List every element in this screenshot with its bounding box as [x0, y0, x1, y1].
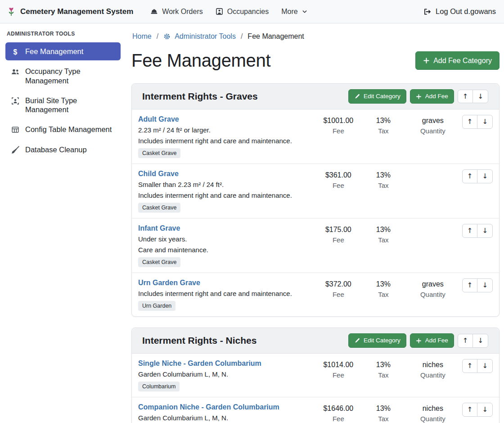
move-fee-down-button[interactable]: ↓ [477, 115, 493, 129]
gear-icon [163, 33, 171, 40]
down-arrow-icon: ↓ [477, 337, 483, 345]
main-nav: Work Orders Occupancies More [144, 4, 313, 19]
nav-item-label: Work Orders [162, 8, 202, 16]
move-fee-up-button[interactable]: ↑ [462, 278, 478, 292]
fee-amount-column: $372.00 Fee [314, 278, 363, 300]
fee-category-card: Interment Rights - Niches Edit Category … [131, 327, 500, 423]
sidebar-item-database-cleanup[interactable]: Database Cleanup [5, 141, 121, 159]
down-arrow-icon: ↓ [482, 227, 488, 235]
nav-item-work-orders[interactable]: Work Orders [144, 4, 209, 19]
move-category-down-button[interactable]: ↓ [472, 334, 488, 348]
add-fee-category-button[interactable]: Add Fee Category [415, 51, 500, 70]
down-arrow-icon: ↓ [482, 405, 488, 414]
nav-item-occupancies[interactable]: Occupancies [209, 4, 275, 19]
tax-label: Tax [363, 289, 404, 300]
fee-amount-value: $175.00 [314, 225, 363, 235]
tax-rate-value: 13% [363, 116, 404, 126]
move-fee-up-button[interactable]: ↑ [462, 359, 478, 373]
sidebar-item-fee-management[interactable]: $ Fee Management [5, 42, 121, 60]
quantity-unit-value: niches [404, 404, 462, 414]
fee-amount-value: $1646.00 [314, 404, 363, 414]
category-header: Interment Rights - Graves Edit Category … [132, 84, 499, 109]
fee-description: Includes interment right and care and ma… [138, 191, 311, 200]
tax-column: 13% Tax [363, 403, 404, 423]
fee-name-link[interactable]: Infant Grave [138, 224, 180, 232]
tax-label: Tax [363, 414, 404, 423]
helmet-icon [150, 8, 158, 15]
breadcrumb-separator: / [241, 32, 243, 41]
tax-rate-value: 13% [363, 360, 404, 370]
fee-amount-label: Fee [314, 235, 363, 246]
down-arrow-icon: ↓ [482, 362, 488, 370]
fee-name-link[interactable]: Companion Niche - Garden Columbarium [138, 403, 279, 411]
breadcrumb: Home / Administrator Tools / Fee Managem… [131, 29, 500, 41]
nav-item-label: Occupancies [227, 8, 269, 16]
fee-descriptions: 2.23 m² / 24 ft² or larger.Includes inte… [138, 125, 311, 146]
down-arrow-icon: ↓ [482, 118, 488, 126]
fee-description: Care and maintenance. [138, 245, 311, 255]
fee-type-badge: Urn Garden [138, 301, 176, 311]
down-arrow-icon: ↓ [482, 172, 488, 181]
sidebar-item-config-table-management[interactable]: Config Table Management [5, 120, 121, 138]
tulip-logo-icon [6, 7, 16, 17]
move-fee-down-button[interactable]: ↓ [477, 169, 493, 183]
sidebar-item-occupancy-type-management[interactable]: Occupancy Type Management [5, 62, 121, 90]
move-category-up-button[interactable]: ↑ [458, 90, 473, 104]
category-header: Interment Rights - Niches Edit Category … [132, 328, 499, 354]
move-fee-down-button[interactable]: ↓ [477, 278, 493, 292]
breadcrumb-home-link[interactable]: Home [132, 32, 152, 41]
edit-category-button[interactable]: Edit Category [348, 333, 406, 348]
move-category-up-button[interactable]: ↑ [458, 334, 473, 348]
fee-amount-label: Fee [314, 180, 363, 191]
pencil-icon [354, 338, 360, 344]
move-fee-down-button[interactable]: ↓ [477, 224, 493, 238]
nav-item-label: More [281, 8, 297, 16]
move-fee-down-button[interactable]: ↓ [477, 403, 493, 417]
fee-name-link[interactable]: Adult Grave [138, 115, 179, 123]
breadcrumb-separator: / [157, 32, 158, 41]
breadcrumb-admin-tools-link[interactable]: Administrator Tools [163, 32, 236, 41]
fee-descriptions: Includes interment right and care and ma… [138, 289, 311, 299]
category-actions: Edit Category Add Fee ↑ ↓ [348, 89, 488, 104]
move-fee-down-button[interactable]: ↓ [477, 359, 493, 373]
nav-item-more[interactable]: More [275, 4, 313, 19]
fee-amount-column: $175.00 Fee [314, 224, 363, 246]
dollar-icon: $ [11, 48, 19, 56]
category-title: Interment Rights - Graves [142, 91, 258, 102]
app-title: Cemetery Management System [20, 7, 133, 16]
sidebar-item-label: Config Table Management [25, 125, 112, 134]
up-arrow-icon: ↑ [467, 118, 473, 126]
fee-name-link[interactable]: Urn Garden Grave [138, 279, 200, 287]
fee-info: Companion Niche - Garden Columbarium Gar… [138, 403, 314, 423]
move-fee-up-button[interactable]: ↑ [462, 224, 478, 238]
fee-description: 2.23 m² / 24 ft² or larger. [138, 125, 311, 135]
fee-description: Garden Columbarium L, M, N. [138, 369, 311, 379]
fee-info: Adult Grave 2.23 m² / 24 ft² or larger.I… [138, 115, 314, 158]
tax-label: Tax [363, 126, 404, 136]
fee-reorder-group: ↑ ↓ [462, 403, 493, 417]
edit-category-button[interactable]: Edit Category [348, 89, 406, 104]
move-category-down-button[interactable]: ↓ [472, 90, 488, 104]
fee-amount-label: Fee [314, 126, 363, 136]
occupancy-icon [216, 8, 223, 15]
fee-amount-label: Fee [314, 289, 363, 300]
down-arrow-icon: ↓ [482, 281, 488, 290]
move-fee-up-button[interactable]: ↑ [462, 169, 478, 183]
fee-description: Garden Columbarium L, M, N. [138, 413, 311, 423]
add-fee-button[interactable]: Add Fee [410, 333, 454, 348]
up-arrow-icon: ↑ [463, 337, 468, 345]
logout-button[interactable]: Log Out d.gowans [421, 5, 498, 18]
fee-name-link[interactable]: Single Niche - Garden Columbarium [138, 359, 261, 368]
fee-amount-column: $1014.00 Fee [314, 359, 363, 381]
fee-name-link[interactable]: Child Grave [138, 170, 179, 178]
edit-category-label: Edit Category [364, 93, 400, 100]
add-fee-button[interactable]: Add Fee [410, 89, 454, 104]
up-arrow-icon: ↑ [467, 227, 473, 235]
move-fee-up-button[interactable]: ↑ [462, 115, 478, 129]
admin-sidebar: Administrator Tools $ Fee Management Occ… [0, 23, 126, 423]
tax-rate-value: 13% [363, 170, 404, 180]
app-brand[interactable]: Cemetery Management System [6, 7, 133, 17]
category-reorder-group: ↑ ↓ [458, 90, 488, 104]
sidebar-item-burial-site-type-management[interactable]: Burial Site Type Management [5, 91, 121, 119]
move-fee-up-button[interactable]: ↑ [462, 403, 478, 417]
